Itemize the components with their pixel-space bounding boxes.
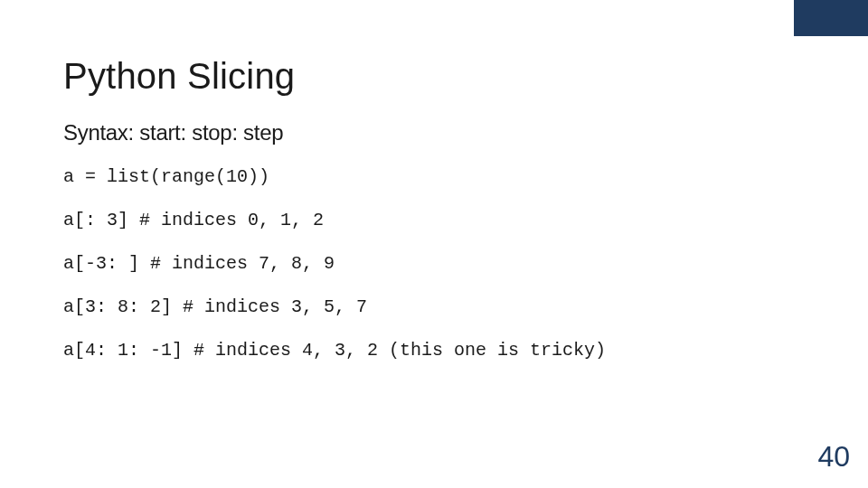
slide-content: Python Slicing Syntax: start: stop: step… [0,0,868,362]
code-line: a[-3: ] # indices 7, 8, 9 [63,252,805,276]
code-line: a[: 3] # indices 0, 1, 2 [63,209,805,232]
page-number: 40 [817,440,850,474]
code-line: a[3: 8: 2] # indices 3, 5, 7 [63,296,805,319]
code-line: a = list(range(10)) [63,165,805,189]
slide-subtitle: Syntax: start: stop: step [63,120,805,145]
code-line: a[4: 1: -1] # indices 4, 3, 2 (this one … [63,339,805,362]
accent-bar [794,0,868,36]
slide-title: Python Slicing [63,56,805,97]
